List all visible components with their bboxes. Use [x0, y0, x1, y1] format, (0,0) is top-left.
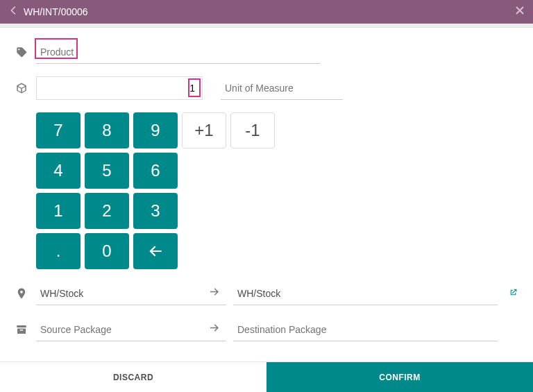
confirm-button[interactable]: CONFIRM	[266, 362, 533, 392]
key-8[interactable]: 8	[85, 112, 129, 148]
key-3[interactable]: 3	[133, 193, 178, 229]
source-package-input[interactable]	[36, 318, 226, 341]
archive-icon	[15, 323, 28, 336]
chevron-left-icon	[7, 4, 19, 17]
key-1[interactable]: 1	[36, 193, 81, 229]
uom-input[interactable]	[221, 76, 343, 100]
tags-icon	[15, 46, 28, 58]
quantity-row	[15, 76, 518, 100]
destination-location-input[interactable]	[233, 282, 498, 305]
modal-header: WH/INT/00006	[0, 0, 533, 24]
key-2[interactable]: 2	[85, 193, 129, 229]
numeric-keypad: 7 8 9 +1 -1 4 5 6 1 2 3 . 0	[36, 112, 518, 269]
product-row	[15, 40, 518, 64]
location-row	[15, 282, 518, 305]
close-icon	[514, 4, 526, 17]
source-location-input[interactable]	[36, 282, 226, 305]
header-title: WH/INT/00006	[19, 6, 514, 17]
arrow-right-icon	[208, 286, 221, 302]
external-link-icon	[509, 288, 518, 297]
discard-button[interactable]: DISCARD	[0, 362, 266, 392]
package-row	[15, 318, 518, 341]
key-plus-one[interactable]: +1	[182, 112, 226, 148]
product-input[interactable]	[36, 40, 321, 64]
key-backspace[interactable]	[133, 233, 178, 269]
key-9[interactable]: 9	[133, 112, 178, 148]
key-minus-one[interactable]: -1	[230, 112, 275, 148]
external-link-button[interactable]	[509, 288, 518, 299]
key-7[interactable]: 7	[36, 112, 81, 148]
arrow-left-icon	[146, 242, 164, 260]
key-dot[interactable]: .	[36, 233, 81, 269]
back-button[interactable]	[7, 4, 19, 20]
close-button[interactable]	[514, 4, 526, 20]
key-5[interactable]: 5	[85, 153, 129, 189]
destination-package-input[interactable]	[233, 318, 498, 341]
key-4[interactable]: 4	[36, 153, 81, 189]
footer-actions: DISCARD CONFIRM	[0, 361, 533, 392]
quantity-input[interactable]	[36, 76, 203, 100]
map-marker-icon	[15, 287, 28, 300]
key-6[interactable]: 6	[133, 153, 178, 189]
cube-icon	[15, 82, 28, 94]
key-0[interactable]: 0	[85, 233, 129, 269]
arrow-right-icon	[208, 322, 221, 338]
